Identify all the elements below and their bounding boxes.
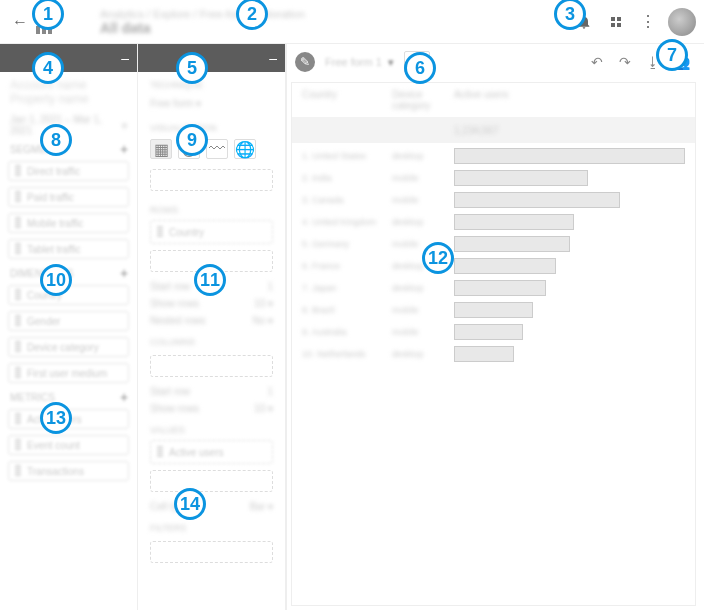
table-row: 8. Brazilmobile: [292, 299, 695, 321]
add-tab-button[interactable]: +: [404, 51, 430, 73]
dimension-chip[interactable]: Device category: [8, 337, 129, 357]
bar: [454, 302, 533, 318]
canvas-toolbar: ✎ Free form 1 + ↶ ↷ ⭳ 👥: [291, 48, 696, 76]
bar: [454, 214, 574, 230]
metrics-header: METRICS: [10, 392, 55, 403]
segment-chip[interactable]: Paid traffic: [8, 187, 129, 207]
segment-chip[interactable]: Tablet traffic: [8, 239, 129, 259]
redo-icon[interactable]: ↷: [614, 54, 636, 70]
add-metric-button[interactable]: +: [117, 390, 131, 404]
segment-chip[interactable]: Mobile traffic: [8, 213, 129, 233]
value-dropzone[interactable]: [150, 470, 273, 492]
metric-chip[interactable]: Transactions: [8, 461, 129, 481]
table-row: 3. Canadamobile: [292, 189, 695, 211]
summary-value: 1,234,567: [454, 125, 499, 136]
tab-name[interactable]: Free form 1: [321, 56, 398, 69]
top-bar: ← Analytics / Explore / Free-form explor…: [0, 0, 704, 44]
settings-panel: – TECHNIQUE Free form ▾ VISUALIZATION ▦ …: [138, 44, 286, 610]
values-label: VALUES: [138, 417, 285, 437]
viz-donut-icon[interactable]: ◔: [178, 139, 200, 159]
table-row: 10. Netherlandsdesktop: [292, 343, 695, 365]
bar: [454, 346, 514, 362]
table-row: 1. United Statesdesktop: [292, 145, 695, 167]
columns-label: COLUMNS: [138, 329, 285, 349]
rows-label: ROWS: [138, 197, 285, 217]
dimension-chip[interactable]: Country: [8, 285, 129, 305]
table-row: 2. Indiamobile: [292, 167, 695, 189]
bar: [454, 324, 523, 340]
avatar[interactable]: [668, 8, 696, 36]
metric-chip[interactable]: Active users: [8, 409, 129, 429]
bell-icon[interactable]: [572, 10, 596, 34]
row-chip[interactable]: Country: [150, 220, 273, 244]
segment-chip[interactable]: Direct traffic: [8, 161, 129, 181]
account-property[interactable]: Account name Property name: [0, 72, 137, 112]
dimensions-header: DIMENSIONS: [10, 268, 73, 279]
viz-line-icon[interactable]: 〰: [206, 139, 228, 159]
row-dropzone[interactable]: [150, 250, 273, 272]
filters-label: FILTERS: [138, 515, 285, 535]
table-row: 7. Japandesktop: [292, 277, 695, 299]
metric-chip[interactable]: Event count: [8, 435, 129, 455]
dimension-chip[interactable]: Gender: [8, 311, 129, 331]
analytics-logo-icon: [36, 10, 60, 34]
table-row: 9. Australiamobile: [292, 321, 695, 343]
filter-dropzone[interactable]: [150, 541, 273, 563]
segment-dropzone[interactable]: [150, 169, 273, 191]
bar: [454, 258, 556, 274]
col-header[interactable]: Device category: [392, 89, 454, 111]
technique-label: TECHNIQUE: [138, 72, 285, 92]
bar: [454, 236, 570, 252]
bar: [454, 148, 685, 164]
view-name: All data: [100, 20, 305, 36]
edit-icon[interactable]: ✎: [295, 52, 315, 72]
col-dropzone[interactable]: [150, 355, 273, 377]
segments-header: SEGMENTS: [10, 144, 66, 155]
technique-select[interactable]: Free form ▾: [138, 92, 285, 115]
variables-collapse[interactable]: –: [0, 44, 137, 72]
table-row: 6. Francedesktop: [292, 255, 695, 277]
settings-collapse[interactable]: –: [138, 44, 285, 72]
bar: [454, 170, 588, 186]
variables-panel: – Account name Property name Jan 1, 2021…: [0, 44, 138, 610]
canvas-panel: ✎ Free form 1 + ↶ ↷ ⭳ 👥 Country Device c…: [286, 44, 704, 610]
dimension-chip[interactable]: First user medium: [8, 363, 129, 383]
share-icon[interactable]: 👥: [670, 54, 692, 70]
apps-grid-icon[interactable]: [604, 10, 628, 34]
viz-geo-icon[interactable]: 🌐: [234, 139, 256, 159]
table-row: 5. Germanymobile: [292, 233, 695, 255]
add-dimension-button[interactable]: +: [117, 266, 131, 280]
col-header[interactable]: Country: [302, 89, 392, 111]
visualization-label: VISUALIZATION: [138, 115, 285, 135]
date-range-picker[interactable]: Jan 1, 2021 – Mar 1, 2021▾: [0, 112, 137, 138]
page-title: Analytics / Explore / Free-form explorat…: [100, 8, 305, 36]
back-button[interactable]: ←: [8, 13, 32, 31]
download-icon[interactable]: ⭳: [642, 54, 664, 70]
more-vert-icon[interactable]: ⋮: [636, 10, 660, 34]
undo-icon[interactable]: ↶: [586, 54, 608, 70]
value-chip[interactable]: Active users: [150, 440, 273, 464]
table-row: 4. United Kingdomdesktop: [292, 211, 695, 233]
bar: [454, 192, 620, 208]
report-table: Country Device category Active users 1,2…: [291, 82, 696, 606]
add-segment-button[interactable]: +: [117, 142, 131, 156]
bar: [454, 280, 546, 296]
viz-table-icon[interactable]: ▦: [150, 139, 172, 159]
col-header[interactable]: Active users: [454, 89, 508, 111]
breadcrumb: Analytics / Explore / Free-form explorat…: [100, 8, 305, 20]
